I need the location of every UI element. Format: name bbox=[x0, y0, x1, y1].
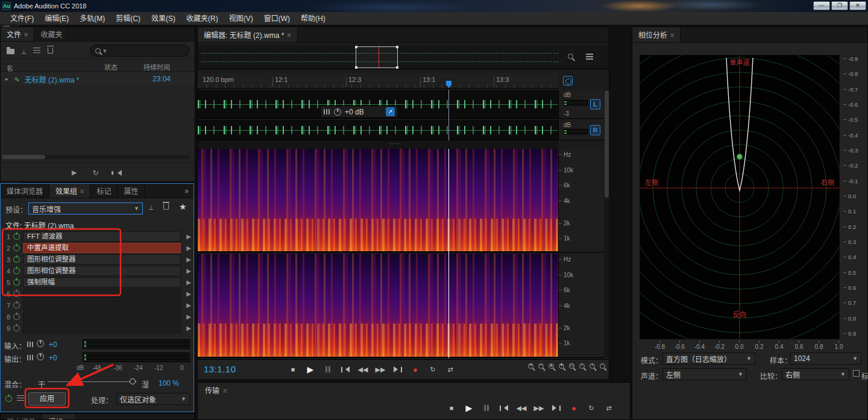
mix-slider[interactable] bbox=[48, 375, 137, 387]
effect-slot-2[interactable]: 2中置声道提取▶ bbox=[3, 242, 191, 254]
panel-menu-icon[interactable]: ≡ bbox=[80, 187, 84, 195]
trash-icon[interactable] bbox=[48, 48, 53, 54]
effect-menu-chevron-icon[interactable]: ▶ bbox=[186, 313, 191, 320]
effect-menu-chevron-icon[interactable]: ▶ bbox=[186, 290, 191, 297]
tab-history[interactable]: 历史记录 bbox=[1, 414, 42, 420]
normalize-checkbox[interactable] bbox=[853, 370, 860, 377]
tab-phase-analysis[interactable]: 相位分析≡ bbox=[632, 27, 681, 42]
skip-selection-button[interactable]: ⇄ bbox=[442, 363, 458, 375]
files-horizontal-scrollbar[interactable] bbox=[2, 155, 190, 159]
save-preset-icon[interactable]: ↓ bbox=[149, 204, 153, 210]
auto-play-speaker-icon[interactable] bbox=[115, 170, 122, 176]
power-icon[interactable] bbox=[13, 325, 20, 331]
left-channel-button[interactable]: L bbox=[590, 99, 600, 109]
effect-menu-chevron-icon[interactable]: ▶ bbox=[186, 302, 191, 309]
menu-edit[interactable]: 编辑(E) bbox=[39, 12, 74, 25]
effect-slot-8[interactable]: 8▶ bbox=[3, 311, 191, 322]
effect-menu-chevron-icon[interactable]: ▶ bbox=[186, 233, 191, 240]
panel-menu-icon[interactable]: ≡ bbox=[670, 31, 674, 39]
power-icon[interactable] bbox=[13, 245, 20, 251]
power-icon[interactable] bbox=[13, 233, 20, 240]
effect-menu-chevron-icon[interactable]: ▶ bbox=[186, 268, 191, 274]
menu-clip[interactable]: 剪辑(C) bbox=[110, 12, 146, 25]
import-file-icon[interactable]: ↓ bbox=[22, 48, 26, 54]
tab-effects-rack[interactable]: 效果组≡ bbox=[49, 184, 90, 198]
file-row[interactable]: ▸ ∿ 无标题 (2).wma * 23:04 bbox=[1, 73, 195, 85]
effect-slot-7[interactable]: 7▶ bbox=[3, 299, 191, 311]
mix-slider-handle[interactable] bbox=[130, 378, 136, 384]
rack-list-icon[interactable] bbox=[17, 395, 24, 401]
skip-to-start-button[interactable] bbox=[496, 402, 512, 414]
apply-button[interactable]: 应用 bbox=[28, 392, 66, 406]
zoom-selection-in-point-button[interactable]: ‹ bbox=[579, 363, 585, 369]
right-channel-button[interactable]: R bbox=[590, 125, 600, 135]
menu-multitrack[interactable]: 多轨(M) bbox=[74, 12, 110, 25]
stop-button[interactable]: ■ bbox=[285, 363, 301, 375]
effect-menu-chevron-icon[interactable]: ▶ bbox=[186, 256, 191, 263]
tab-media-browser[interactable]: 媒体浏览器 bbox=[1, 184, 49, 198]
batch-icon[interactable] bbox=[33, 48, 40, 54]
loop-playback-button[interactable]: ↻ bbox=[583, 402, 599, 414]
zoom-in-button[interactable]: + bbox=[528, 363, 533, 369]
spectral-zoom-icon[interactable] bbox=[568, 54, 573, 59]
loop-playback-button[interactable]: ↻ bbox=[425, 363, 441, 375]
menu-window[interactable]: 窗口(W) bbox=[259, 12, 295, 25]
power-icon[interactable] bbox=[13, 313, 20, 320]
loop-preview-icon[interactable]: ↻ bbox=[92, 169, 98, 177]
power-icon[interactable] bbox=[13, 279, 20, 286]
input-gain-value[interactable]: +0 bbox=[49, 340, 57, 349]
output-gain-knob[interactable] bbox=[37, 353, 44, 360]
overview-strip[interactable] bbox=[198, 45, 609, 69]
scrollbar-thumb[interactable] bbox=[605, 90, 609, 198]
zoom-amplitude-in-button[interactable]: ▴ bbox=[549, 363, 554, 369]
zoom-out-button[interactable]: − bbox=[538, 363, 544, 369]
effect-menu-chevron-icon[interactable]: ▶ bbox=[186, 279, 191, 286]
play-button[interactable]: ▶ bbox=[303, 363, 318, 375]
overview-viewport-box[interactable] bbox=[356, 46, 398, 68]
spectrogram-left[interactable] bbox=[198, 149, 558, 252]
tab-markers[interactable]: 标记 bbox=[90, 184, 118, 198]
input-gain-knob[interactable] bbox=[37, 340, 44, 347]
effect-slot-9[interactable]: 9▶ bbox=[3, 322, 191, 334]
compare-dropdown[interactable]: 右侧▼ bbox=[782, 368, 849, 380]
metronome-monitor-icon[interactable] bbox=[563, 76, 573, 86]
samples-dropdown[interactable]: 1024▼ bbox=[790, 353, 861, 365]
tab-overflow-icon[interactable]: » bbox=[180, 184, 193, 198]
skip-to-start-button[interactable] bbox=[338, 363, 353, 375]
favorite-star-icon[interactable]: ★ bbox=[179, 202, 187, 212]
output-gain-value[interactable]: +0 bbox=[49, 354, 57, 362]
fast-forward-button[interactable]: ▶▶ bbox=[531, 402, 547, 414]
effect-slot-3[interactable]: 3图形相位调整器▶ bbox=[3, 254, 191, 265]
time-display[interactable]: 13:1.10 bbox=[204, 364, 236, 374]
pause-button[interactable] bbox=[320, 363, 336, 375]
layout-options-icon[interactable] bbox=[586, 54, 593, 60]
record-button[interactable]: ● bbox=[407, 363, 423, 375]
rewind-button[interactable]: ◀◀ bbox=[355, 363, 371, 375]
editor-vertical-scrollbar[interactable] bbox=[604, 90, 609, 358]
zoom-selection-button[interactable]: ▭ bbox=[569, 363, 574, 369]
close-button[interactable]: ✕ bbox=[849, 1, 866, 10]
menu-help[interactable]: 帮助(H) bbox=[295, 12, 331, 25]
pause-button[interactable] bbox=[479, 402, 494, 414]
menu-file[interactable]: 文件(F) bbox=[5, 12, 39, 25]
channel-dropdown[interactable]: 左侧▼ bbox=[662, 368, 747, 380]
skip-to-end-button[interactable] bbox=[390, 363, 406, 375]
effect-slot-4[interactable]: 4图形相位调整器▶ bbox=[3, 265, 191, 277]
effect-menu-chevron-icon[interactable]: ▶ bbox=[186, 245, 191, 251]
search-input[interactable]: ▾ bbox=[90, 45, 190, 57]
menu-view[interactable]: 视图(V) bbox=[224, 12, 259, 25]
stop-button[interactable]: ■ bbox=[444, 402, 459, 414]
power-icon[interactable] bbox=[13, 290, 20, 297]
scrollbar-thumb[interactable] bbox=[2, 155, 45, 159]
zoom-amplitude-out-button[interactable]: ▾ bbox=[559, 363, 564, 369]
gain-hud[interactable]: +0 dB ↗ bbox=[320, 105, 398, 118]
tab-properties[interactable]: 属性 bbox=[118, 184, 145, 198]
menu-favorites[interactable]: 收藏夹(R) bbox=[181, 12, 224, 25]
track-divider[interactable]: ⋯⋯ bbox=[198, 140, 558, 149]
preview-play-icon[interactable]: ▶ bbox=[72, 169, 77, 177]
rewind-button[interactable]: ◀◀ bbox=[514, 402, 529, 414]
tab-editor[interactable]: 编辑器: 无标题 (2).wma *≡ bbox=[198, 27, 298, 42]
power-icon[interactable] bbox=[13, 268, 20, 274]
spectrogram-right[interactable] bbox=[198, 254, 558, 358]
effect-slot-6[interactable]: 6▶ bbox=[3, 288, 191, 299]
